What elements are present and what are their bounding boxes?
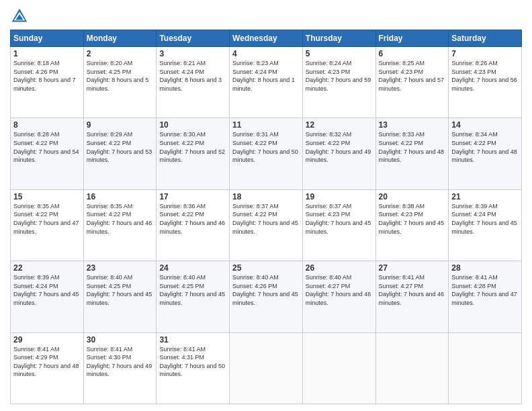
day-info: Sunrise: 8:41 AM Sunset: 4:31 PM Dayligh…: [159, 345, 226, 379]
day-number: 21: [451, 192, 519, 201]
calendar-header-tuesday: Tuesday: [157, 30, 230, 47]
calendar-cell: 21 Sunrise: 8:39 AM Sunset: 4:24 PM Dayl…: [449, 189, 522, 261]
day-number: 27: [379, 263, 446, 273]
page: SundayMondayTuesdayWednesdayThursdayFrid…: [0, 0, 532, 411]
day-number: 4: [232, 49, 300, 58]
calendar-cell: 2 Sunrise: 8:20 AM Sunset: 4:25 PM Dayli…: [83, 47, 157, 118]
calendar-cell: 13 Sunrise: 8:33 AM Sunset: 4:22 PM Dayl…: [375, 118, 449, 189]
day-number: 31: [159, 335, 226, 345]
calendar-cell: 14 Sunrise: 8:34 AM Sunset: 4:22 PM Dayl…: [449, 118, 522, 189]
day-info: Sunrise: 8:41 AM Sunset: 4:28 PM Dayligh…: [451, 273, 519, 307]
day-info: Sunrise: 8:18 AM Sunset: 4:26 PM Dayligh…: [13, 59, 81, 93]
day-number: 2: [87, 49, 154, 58]
calendar-week-row: 29 Sunrise: 8:41 AM Sunset: 4:29 PM Dayl…: [11, 332, 522, 404]
day-info: Sunrise: 8:24 AM Sunset: 4:23 PM Dayligh…: [306, 59, 373, 93]
calendar-cell: 12 Sunrise: 8:32 AM Sunset: 4:22 PM Dayl…: [302, 118, 375, 189]
day-info: Sunrise: 8:28 AM Sunset: 4:22 PM Dayligh…: [13, 130, 81, 164]
day-info: Sunrise: 8:39 AM Sunset: 4:24 PM Dayligh…: [451, 202, 519, 236]
calendar-cell: 22 Sunrise: 8:39 AM Sunset: 4:24 PM Dayl…: [11, 261, 84, 332]
calendar-cell: 11 Sunrise: 8:31 AM Sunset: 4:22 PM Dayl…: [230, 118, 303, 189]
day-number: 3: [159, 49, 226, 58]
day-info: Sunrise: 8:25 AM Sunset: 4:23 PM Dayligh…: [379, 59, 446, 93]
calendar-cell: 29 Sunrise: 8:41 AM Sunset: 4:29 PM Dayl…: [11, 332, 84, 404]
calendar-cell: [375, 332, 449, 404]
calendar-cell: 25 Sunrise: 8:40 AM Sunset: 4:26 PM Dayl…: [230, 261, 303, 332]
calendar-cell: 3 Sunrise: 8:21 AM Sunset: 4:24 PM Dayli…: [157, 47, 230, 118]
day-number: 7: [451, 49, 519, 58]
day-number: 11: [232, 120, 300, 130]
calendar-week-row: 1 Sunrise: 8:18 AM Sunset: 4:26 PM Dayli…: [11, 47, 522, 118]
logo-icon: [10, 7, 29, 26]
calendar-cell: 16 Sunrise: 8:35 AM Sunset: 4:22 PM Dayl…: [83, 189, 157, 261]
day-info: Sunrise: 8:40 AM Sunset: 4:25 PM Dayligh…: [159, 273, 226, 307]
day-number: 23: [87, 263, 154, 273]
calendar-cell: 8 Sunrise: 8:28 AM Sunset: 4:22 PM Dayli…: [11, 118, 84, 189]
day-number: 17: [159, 192, 226, 201]
calendar-cell: 5 Sunrise: 8:24 AM Sunset: 4:23 PM Dayli…: [302, 47, 375, 118]
day-info: Sunrise: 8:20 AM Sunset: 4:25 PM Dayligh…: [87, 59, 154, 93]
day-info: Sunrise: 8:40 AM Sunset: 4:27 PM Dayligh…: [306, 273, 373, 307]
calendar-header-saturday: Saturday: [449, 30, 522, 47]
day-info: Sunrise: 8:35 AM Sunset: 4:22 PM Dayligh…: [87, 202, 154, 236]
day-info: Sunrise: 8:36 AM Sunset: 4:22 PM Dayligh…: [159, 202, 226, 236]
calendar-cell: [302, 332, 375, 404]
day-number: 25: [232, 263, 300, 273]
day-number: 24: [159, 263, 226, 273]
day-info: Sunrise: 8:23 AM Sunset: 4:24 PM Dayligh…: [232, 59, 300, 93]
calendar-cell: 1 Sunrise: 8:18 AM Sunset: 4:26 PM Dayli…: [11, 47, 84, 118]
day-info: Sunrise: 8:21 AM Sunset: 4:24 PM Dayligh…: [159, 59, 226, 93]
calendar-header-sunday: Sunday: [11, 30, 84, 47]
calendar-cell: 18 Sunrise: 8:37 AM Sunset: 4:22 PM Dayl…: [230, 189, 303, 261]
calendar-week-row: 8 Sunrise: 8:28 AM Sunset: 4:22 PM Dayli…: [11, 118, 522, 189]
calendar-cell: 27 Sunrise: 8:41 AM Sunset: 4:27 PM Dayl…: [375, 261, 449, 332]
day-number: 20: [379, 192, 446, 201]
day-number: 12: [306, 120, 373, 130]
calendar-cell: 15 Sunrise: 8:35 AM Sunset: 4:22 PM Dayl…: [11, 189, 84, 261]
calendar-cell: 10 Sunrise: 8:30 AM Sunset: 4:22 PM Dayl…: [157, 118, 230, 189]
day-number: 5: [306, 49, 373, 58]
calendar-cell: 30 Sunrise: 8:41 AM Sunset: 4:30 PM Dayl…: [83, 332, 157, 404]
logo: [10, 7, 32, 26]
calendar-header-thursday: Thursday: [302, 30, 375, 47]
day-info: Sunrise: 8:32 AM Sunset: 4:22 PM Dayligh…: [306, 130, 373, 164]
calendar-cell: 7 Sunrise: 8:26 AM Sunset: 4:23 PM Dayli…: [449, 47, 522, 118]
day-number: 28: [451, 263, 519, 273]
day-info: Sunrise: 8:37 AM Sunset: 4:22 PM Dayligh…: [232, 202, 300, 236]
calendar-cell: [230, 332, 303, 404]
calendar-cell: 23 Sunrise: 8:40 AM Sunset: 4:25 PM Dayl…: [83, 261, 157, 332]
day-number: 9: [87, 120, 154, 130]
day-info: Sunrise: 8:37 AM Sunset: 4:23 PM Dayligh…: [306, 202, 373, 236]
calendar-header-row: SundayMondayTuesdayWednesdayThursdayFrid…: [11, 30, 522, 47]
day-number: 1: [13, 49, 81, 58]
calendar-cell: 31 Sunrise: 8:41 AM Sunset: 4:31 PM Dayl…: [157, 332, 230, 404]
header: [10, 7, 522, 26]
calendar-cell: 17 Sunrise: 8:36 AM Sunset: 4:22 PM Dayl…: [157, 189, 230, 261]
calendar-cell: 26 Sunrise: 8:40 AM Sunset: 4:27 PM Dayl…: [302, 261, 375, 332]
day-info: Sunrise: 8:35 AM Sunset: 4:22 PM Dayligh…: [13, 202, 81, 236]
day-number: 19: [306, 192, 373, 201]
day-number: 13: [379, 120, 446, 130]
day-info: Sunrise: 8:41 AM Sunset: 4:29 PM Dayligh…: [13, 345, 81, 379]
day-info: Sunrise: 8:39 AM Sunset: 4:24 PM Dayligh…: [13, 273, 81, 307]
calendar-week-row: 15 Sunrise: 8:35 AM Sunset: 4:22 PM Dayl…: [11, 189, 522, 261]
calendar-header-friday: Friday: [375, 30, 449, 47]
calendar-cell: 28 Sunrise: 8:41 AM Sunset: 4:28 PM Dayl…: [449, 261, 522, 332]
day-number: 15: [13, 192, 81, 201]
day-number: 10: [159, 120, 226, 130]
day-number: 6: [379, 49, 446, 58]
day-info: Sunrise: 8:38 AM Sunset: 4:23 PM Dayligh…: [379, 202, 446, 236]
day-info: Sunrise: 8:33 AM Sunset: 4:22 PM Dayligh…: [379, 130, 446, 164]
day-number: 29: [13, 335, 81, 345]
calendar-cell: 4 Sunrise: 8:23 AM Sunset: 4:24 PM Dayli…: [230, 47, 303, 118]
calendar-week-row: 22 Sunrise: 8:39 AM Sunset: 4:24 PM Dayl…: [11, 261, 522, 332]
day-info: Sunrise: 8:31 AM Sunset: 4:22 PM Dayligh…: [232, 130, 300, 164]
day-number: 16: [87, 192, 154, 201]
calendar-cell: 6 Sunrise: 8:25 AM Sunset: 4:23 PM Dayli…: [375, 47, 449, 118]
calendar-cell: 19 Sunrise: 8:37 AM Sunset: 4:23 PM Dayl…: [302, 189, 375, 261]
day-number: 30: [87, 335, 154, 345]
calendar-header-monday: Monday: [83, 30, 157, 47]
calendar-cell: 9 Sunrise: 8:29 AM Sunset: 4:22 PM Dayli…: [83, 118, 157, 189]
calendar-cell: 20 Sunrise: 8:38 AM Sunset: 4:23 PM Dayl…: [375, 189, 449, 261]
day-number: 26: [306, 263, 373, 273]
calendar-cell: 24 Sunrise: 8:40 AM Sunset: 4:25 PM Dayl…: [157, 261, 230, 332]
